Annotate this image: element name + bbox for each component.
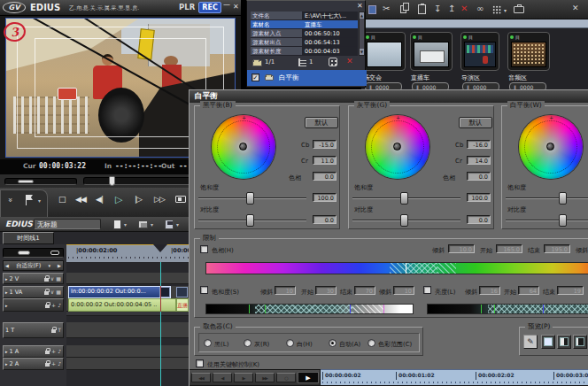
expand-icon[interactable]: ▸ — [5, 303, 8, 308]
player-close-button[interactable]: ✕ — [233, 4, 239, 12]
saturation-field[interactable]: 100.0 — [313, 193, 337, 202]
effect-icon[interactable] — [329, 58, 337, 66]
save-dropdown-icon[interactable]: ▾ — [176, 222, 179, 228]
lock-icon[interactable] — [44, 291, 49, 295]
bin-clip-2-label[interactable]: 直播车 — [411, 73, 429, 82]
color-wheel-gray[interactable]: + — [366, 115, 429, 179]
keyframe-ruler[interactable]: 00:00:00:02 00:00:01:02 00:00:02:02 00:0… — [321, 369, 588, 385]
folder-icon[interactable] — [252, 60, 262, 66]
wheel-knob[interactable] — [239, 143, 247, 151]
rewind-button[interactable]: ◀◀ — [75, 195, 86, 204]
palette-row-duration[interactable]: 源素材长度00:00:04:03 — [251, 47, 358, 56]
link-icon[interactable]: ∞ — [476, 4, 484, 13]
contrast-field[interactable]: 0.0 — [313, 215, 337, 224]
thumb-image-sky[interactable] — [367, 42, 402, 67]
bin-clip-4-label[interactable]: 音频区 — [508, 73, 527, 82]
palette-row-outpoint[interactable]: 源素材出点00:06:54:13 — [251, 38, 358, 47]
delete-icon[interactable]: ✕ — [460, 4, 468, 13]
open-dropdown-icon[interactable]: ▾ — [151, 222, 153, 228]
hue-start-field[interactable]: 165.0 — [496, 244, 522, 253]
paste-icon[interactable] — [418, 4, 426, 14]
position-handle[interactable] — [109, 176, 115, 186]
cb-field[interactable]: -15.0 — [313, 140, 337, 149]
radio-black-label[interactable]: 黑(L) — [214, 340, 228, 349]
preview-full-button[interactable] — [541, 335, 555, 349]
radio-color-range[interactable] — [368, 339, 375, 347]
speaker-icon[interactable]: ♪ — [58, 303, 61, 308]
save-icon[interactable] — [165, 220, 174, 229]
color-wheel-black[interactable]: + — [212, 115, 275, 179]
track-header-1va-audio[interactable]: ▸ + ♪ — [3, 298, 64, 312]
expand-icon[interactable]: ▸ — [5, 290, 8, 295]
play-button[interactable]: ▷ — [115, 194, 121, 205]
monitor-button[interactable] — [175, 196, 186, 203]
plus-icon[interactable]: + — [51, 349, 56, 354]
palette-row-filename[interactable]: 文件名E:\AV\十七大\... — [251, 12, 358, 20]
radio-gray[interactable] — [244, 339, 251, 347]
timeline-clip-video[interactable]: In:00:00:00:02 Out:00:0... — [68, 286, 171, 298]
expand-icon[interactable]: ▸ — [5, 276, 8, 282]
open-project-icon[interactable] — [138, 220, 148, 228]
radio-auto-label[interactable]: 自动(A) — [339, 340, 360, 349]
wheel-knob[interactable] — [546, 143, 554, 151]
kf-prev-button[interactable]: ◀ — [213, 373, 232, 382]
thumb-image-console[interactable] — [511, 42, 546, 67]
saturation-field[interactable]: 100.0 — [467, 193, 491, 202]
hue-field[interactable]: 0.0 — [313, 172, 337, 181]
vee-icon[interactable]: ∨ — [50, 276, 54, 282]
export-icon[interactable]: ↥ — [448, 4, 455, 13]
palette-row-clipname[interactable]: 素材名直播车 — [251, 20, 358, 29]
minimize-button[interactable]: — — [223, 2, 230, 10]
radio-white[interactable] — [286, 339, 294, 347]
keyframe-label[interactable]: 使用关键帧控制(K) — [207, 360, 259, 369]
fast-forward-button[interactable]: ▷▷ — [154, 195, 165, 204]
bin-clip-1[interactable]: 目 — [363, 32, 406, 71]
mode-dropdown-icon[interactable]: ▾ — [38, 198, 41, 205]
clip-name-tag[interactable]: 直播 — [176, 298, 189, 312]
expand-icon[interactable]: ▸ — [5, 361, 8, 367]
track-header-1va[interactable]: ▸ 1 VA ∨ ▦ — [3, 286, 64, 298]
lum-slope1-field[interactable]: 16 — [479, 286, 500, 295]
speaker-icon[interactable]: ♪ — [58, 361, 61, 367]
cr-field[interactable]: 11.0 — [313, 156, 337, 165]
lock-icon[interactable] — [45, 363, 50, 367]
list-icon[interactable] — [298, 58, 306, 66]
wheel-knob[interactable] — [393, 143, 401, 151]
scroll-down-button[interactable]: ▼ — [360, 49, 364, 55]
palette-scrollbar[interactable]: ▲ ▼ — [359, 12, 365, 56]
chevrons-icon[interactable]: » — [5, 197, 14, 203]
track-header-1t[interactable]: 1 T T — [3, 322, 64, 338]
saturation-slider[interactable] — [506, 197, 588, 199]
shuttle-handle[interactable] — [18, 180, 34, 183]
sat-end-field[interactable]: 70 — [354, 286, 375, 295]
clip-thumb-2[interactable] — [176, 287, 188, 297]
bin-path-bar[interactable] — [361, 19, 588, 28]
sat-start-field[interactable]: 30 — [315, 286, 337, 295]
contrast-handle[interactable] — [246, 214, 254, 227]
new-project-icon[interactable] — [113, 220, 121, 229]
copy-icon[interactable] — [400, 5, 406, 13]
kf-loop-button[interactable]: ○ — [276, 373, 296, 382]
lock-icon[interactable] — [51, 329, 56, 333]
effect-checkbox[interactable]: ✓ — [251, 73, 259, 81]
bin-clip-3[interactable]: 目 — [460, 32, 499, 71]
stop-button[interactable]: □ — [58, 195, 66, 204]
sat-slope1-field[interactable]: 10 — [275, 286, 296, 295]
plr-mode-button[interactable]: PLR — [179, 4, 195, 12]
track-header-1a[interactable]: ▸ 1 A + ♪ — [3, 345, 64, 358]
track-header-2v[interactable]: ▸ 2 V ∨ ▦ — [3, 273, 64, 284]
project-name-field[interactable]: 无标题 — [34, 219, 101, 229]
hue-field[interactable]: 0.0 — [467, 172, 491, 181]
view-dropdown-icon[interactable]: ▾ — [504, 8, 507, 13]
view-grid-icon[interactable] — [492, 5, 501, 14]
timeline-tab[interactable]: 时间线1 — [3, 232, 54, 244]
saturation-handle[interactable] — [400, 192, 408, 205]
preview-split-left-button[interactable] — [557, 335, 571, 349]
fit-left-icon[interactable]: ◀ — [5, 263, 9, 268]
contrast-field[interactable]: 0.0 — [467, 215, 491, 224]
bin-close-button[interactable]: ✕ — [572, 4, 579, 12]
preview-pencil-button[interactable]: ✎ — [523, 335, 538, 349]
playhead-marker[interactable] — [153, 244, 167, 252]
lum-start-field[interactable]: 64 — [518, 286, 539, 295]
scroll-up-button[interactable]: ▲ — [360, 12, 364, 19]
